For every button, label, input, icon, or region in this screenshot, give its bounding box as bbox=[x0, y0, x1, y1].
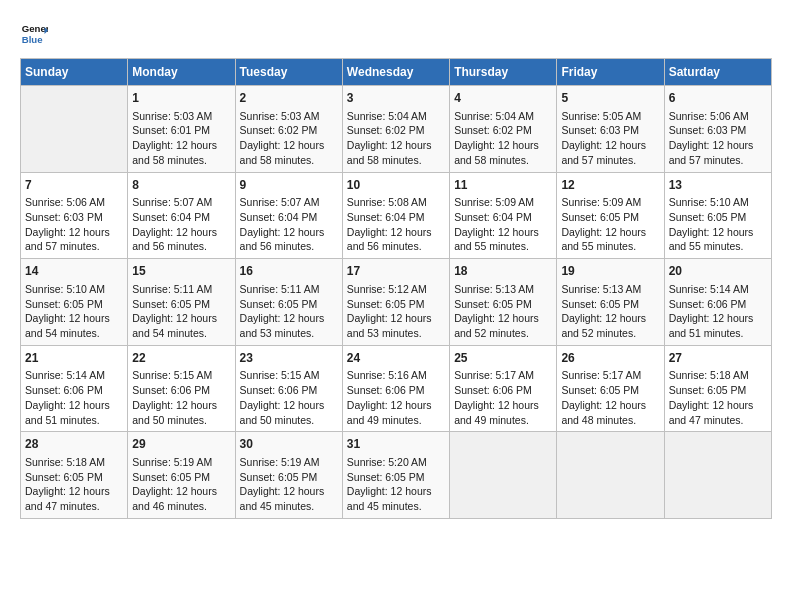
calendar-cell: 30Sunrise: 5:19 AM Sunset: 6:05 PM Dayli… bbox=[235, 432, 342, 519]
calendar-cell: 27Sunrise: 5:18 AM Sunset: 6:05 PM Dayli… bbox=[664, 345, 771, 432]
day-info: Sunrise: 5:07 AM Sunset: 6:04 PM Dayligh… bbox=[132, 195, 230, 254]
day-number: 4 bbox=[454, 90, 552, 107]
day-info: Sunrise: 5:03 AM Sunset: 6:02 PM Dayligh… bbox=[240, 109, 338, 168]
day-info: Sunrise: 5:13 AM Sunset: 6:05 PM Dayligh… bbox=[454, 282, 552, 341]
logo: General Blue bbox=[20, 20, 52, 48]
day-number: 21 bbox=[25, 350, 123, 367]
calendar-cell: 3Sunrise: 5:04 AM Sunset: 6:02 PM Daylig… bbox=[342, 86, 449, 173]
day-number: 14 bbox=[25, 263, 123, 280]
calendar-cell: 10Sunrise: 5:08 AM Sunset: 6:04 PM Dayli… bbox=[342, 172, 449, 259]
calendar-cell: 12Sunrise: 5:09 AM Sunset: 6:05 PM Dayli… bbox=[557, 172, 664, 259]
day-info: Sunrise: 5:11 AM Sunset: 6:05 PM Dayligh… bbox=[132, 282, 230, 341]
day-info: Sunrise: 5:14 AM Sunset: 6:06 PM Dayligh… bbox=[25, 368, 123, 427]
calendar-cell: 2Sunrise: 5:03 AM Sunset: 6:02 PM Daylig… bbox=[235, 86, 342, 173]
day-number: 29 bbox=[132, 436, 230, 453]
day-number: 24 bbox=[347, 350, 445, 367]
day-number: 7 bbox=[25, 177, 123, 194]
day-info: Sunrise: 5:20 AM Sunset: 6:05 PM Dayligh… bbox=[347, 455, 445, 514]
calendar-cell bbox=[557, 432, 664, 519]
day-info: Sunrise: 5:19 AM Sunset: 6:05 PM Dayligh… bbox=[240, 455, 338, 514]
calendar-cell: 4Sunrise: 5:04 AM Sunset: 6:02 PM Daylig… bbox=[450, 86, 557, 173]
calendar-cell: 13Sunrise: 5:10 AM Sunset: 6:05 PM Dayli… bbox=[664, 172, 771, 259]
header-cell-monday: Monday bbox=[128, 59, 235, 86]
calendar-cell: 25Sunrise: 5:17 AM Sunset: 6:06 PM Dayli… bbox=[450, 345, 557, 432]
day-info: Sunrise: 5:06 AM Sunset: 6:03 PM Dayligh… bbox=[669, 109, 767, 168]
header-cell-saturday: Saturday bbox=[664, 59, 771, 86]
calendar-header-row: SundayMondayTuesdayWednesdayThursdayFrid… bbox=[21, 59, 772, 86]
day-number: 13 bbox=[669, 177, 767, 194]
calendar-cell: 14Sunrise: 5:10 AM Sunset: 6:05 PM Dayli… bbox=[21, 259, 128, 346]
day-number: 5 bbox=[561, 90, 659, 107]
day-number: 23 bbox=[240, 350, 338, 367]
header-cell-tuesday: Tuesday bbox=[235, 59, 342, 86]
day-info: Sunrise: 5:15 AM Sunset: 6:06 PM Dayligh… bbox=[132, 368, 230, 427]
calendar-week-row: 7Sunrise: 5:06 AM Sunset: 6:03 PM Daylig… bbox=[21, 172, 772, 259]
calendar-cell: 9Sunrise: 5:07 AM Sunset: 6:04 PM Daylig… bbox=[235, 172, 342, 259]
day-number: 31 bbox=[347, 436, 445, 453]
calendar-cell: 7Sunrise: 5:06 AM Sunset: 6:03 PM Daylig… bbox=[21, 172, 128, 259]
day-info: Sunrise: 5:17 AM Sunset: 6:05 PM Dayligh… bbox=[561, 368, 659, 427]
day-number: 20 bbox=[669, 263, 767, 280]
calendar-cell: 26Sunrise: 5:17 AM Sunset: 6:05 PM Dayli… bbox=[557, 345, 664, 432]
day-info: Sunrise: 5:04 AM Sunset: 6:02 PM Dayligh… bbox=[347, 109, 445, 168]
header-cell-wednesday: Wednesday bbox=[342, 59, 449, 86]
day-number: 12 bbox=[561, 177, 659, 194]
day-number: 6 bbox=[669, 90, 767, 107]
day-info: Sunrise: 5:04 AM Sunset: 6:02 PM Dayligh… bbox=[454, 109, 552, 168]
day-info: Sunrise: 5:15 AM Sunset: 6:06 PM Dayligh… bbox=[240, 368, 338, 427]
day-number: 3 bbox=[347, 90, 445, 107]
calendar-week-row: 28Sunrise: 5:18 AM Sunset: 6:05 PM Dayli… bbox=[21, 432, 772, 519]
calendar-cell bbox=[664, 432, 771, 519]
day-info: Sunrise: 5:11 AM Sunset: 6:05 PM Dayligh… bbox=[240, 282, 338, 341]
day-number: 1 bbox=[132, 90, 230, 107]
header-cell-friday: Friday bbox=[557, 59, 664, 86]
day-info: Sunrise: 5:10 AM Sunset: 6:05 PM Dayligh… bbox=[669, 195, 767, 254]
day-info: Sunrise: 5:16 AM Sunset: 6:06 PM Dayligh… bbox=[347, 368, 445, 427]
day-info: Sunrise: 5:19 AM Sunset: 6:05 PM Dayligh… bbox=[132, 455, 230, 514]
svg-text:Blue: Blue bbox=[22, 34, 43, 45]
calendar-cell: 17Sunrise: 5:12 AM Sunset: 6:05 PM Dayli… bbox=[342, 259, 449, 346]
day-info: Sunrise: 5:07 AM Sunset: 6:04 PM Dayligh… bbox=[240, 195, 338, 254]
day-info: Sunrise: 5:09 AM Sunset: 6:04 PM Dayligh… bbox=[454, 195, 552, 254]
day-number: 18 bbox=[454, 263, 552, 280]
calendar-table: SundayMondayTuesdayWednesdayThursdayFrid… bbox=[20, 58, 772, 519]
calendar-cell: 19Sunrise: 5:13 AM Sunset: 6:05 PM Dayli… bbox=[557, 259, 664, 346]
calendar-cell: 22Sunrise: 5:15 AM Sunset: 6:06 PM Dayli… bbox=[128, 345, 235, 432]
day-number: 10 bbox=[347, 177, 445, 194]
day-info: Sunrise: 5:12 AM Sunset: 6:05 PM Dayligh… bbox=[347, 282, 445, 341]
calendar-cell: 28Sunrise: 5:18 AM Sunset: 6:05 PM Dayli… bbox=[21, 432, 128, 519]
day-number: 22 bbox=[132, 350, 230, 367]
calendar-cell: 8Sunrise: 5:07 AM Sunset: 6:04 PM Daylig… bbox=[128, 172, 235, 259]
header-cell-sunday: Sunday bbox=[21, 59, 128, 86]
day-info: Sunrise: 5:18 AM Sunset: 6:05 PM Dayligh… bbox=[669, 368, 767, 427]
calendar-cell: 16Sunrise: 5:11 AM Sunset: 6:05 PM Dayli… bbox=[235, 259, 342, 346]
calendar-cell: 29Sunrise: 5:19 AM Sunset: 6:05 PM Dayli… bbox=[128, 432, 235, 519]
calendar-cell bbox=[21, 86, 128, 173]
day-number: 15 bbox=[132, 263, 230, 280]
day-info: Sunrise: 5:18 AM Sunset: 6:05 PM Dayligh… bbox=[25, 455, 123, 514]
calendar-cell: 15Sunrise: 5:11 AM Sunset: 6:05 PM Dayli… bbox=[128, 259, 235, 346]
day-number: 9 bbox=[240, 177, 338, 194]
day-number: 11 bbox=[454, 177, 552, 194]
day-info: Sunrise: 5:17 AM Sunset: 6:06 PM Dayligh… bbox=[454, 368, 552, 427]
day-info: Sunrise: 5:09 AM Sunset: 6:05 PM Dayligh… bbox=[561, 195, 659, 254]
day-info: Sunrise: 5:10 AM Sunset: 6:05 PM Dayligh… bbox=[25, 282, 123, 341]
calendar-week-row: 21Sunrise: 5:14 AM Sunset: 6:06 PM Dayli… bbox=[21, 345, 772, 432]
calendar-cell: 11Sunrise: 5:09 AM Sunset: 6:04 PM Dayli… bbox=[450, 172, 557, 259]
calendar-cell: 6Sunrise: 5:06 AM Sunset: 6:03 PM Daylig… bbox=[664, 86, 771, 173]
svg-text:General: General bbox=[22, 23, 48, 34]
day-number: 30 bbox=[240, 436, 338, 453]
day-number: 25 bbox=[454, 350, 552, 367]
day-number: 19 bbox=[561, 263, 659, 280]
calendar-cell: 31Sunrise: 5:20 AM Sunset: 6:05 PM Dayli… bbox=[342, 432, 449, 519]
day-number: 27 bbox=[669, 350, 767, 367]
day-number: 17 bbox=[347, 263, 445, 280]
day-info: Sunrise: 5:14 AM Sunset: 6:06 PM Dayligh… bbox=[669, 282, 767, 341]
calendar-cell: 5Sunrise: 5:05 AM Sunset: 6:03 PM Daylig… bbox=[557, 86, 664, 173]
day-info: Sunrise: 5:03 AM Sunset: 6:01 PM Dayligh… bbox=[132, 109, 230, 168]
calendar-cell: 18Sunrise: 5:13 AM Sunset: 6:05 PM Dayli… bbox=[450, 259, 557, 346]
day-number: 2 bbox=[240, 90, 338, 107]
day-number: 16 bbox=[240, 263, 338, 280]
calendar-cell: 21Sunrise: 5:14 AM Sunset: 6:06 PM Dayli… bbox=[21, 345, 128, 432]
day-number: 8 bbox=[132, 177, 230, 194]
